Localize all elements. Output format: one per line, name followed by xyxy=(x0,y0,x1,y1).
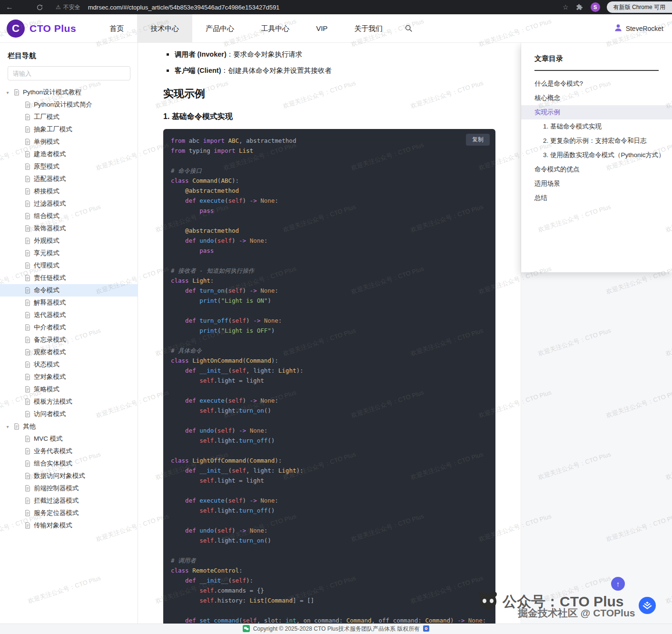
chevron-down-icon[interactable]: ▾ xyxy=(5,424,10,429)
file-icon xyxy=(25,510,30,516)
tree-item[interactable]: 传输对象模式 xyxy=(0,519,138,532)
search-icon[interactable] xyxy=(405,24,413,32)
tree-item[interactable]: 过滤器模式 xyxy=(0,198,138,210)
tree-item[interactable]: 工厂模式 xyxy=(0,111,138,123)
tree-item[interactable]: 拦截过滤器模式 xyxy=(0,495,138,507)
username: SteveRocket xyxy=(626,25,663,32)
copyright-text: Copyright © 2025-2028 CTO Plus技术服务团队产品体系… xyxy=(253,625,420,633)
tree-item[interactable]: 策略模式 xyxy=(0,383,138,396)
file-icon xyxy=(25,349,30,356)
tree-item[interactable]: 桥接模式 xyxy=(0,185,138,198)
tree-item[interactable]: 单例模式 xyxy=(0,136,138,148)
tree-item[interactable]: 组合模式 xyxy=(0,210,138,222)
tree-folder[interactable]: ▾其他 xyxy=(0,420,138,433)
user-avatar-icon xyxy=(613,23,623,34)
toc-item-active[interactable]: 实现示例 xyxy=(521,105,672,119)
tree-item[interactable]: 中介者模式 xyxy=(0,321,138,334)
tree-item[interactable]: 前端控制器模式 xyxy=(0,482,138,495)
tree-item[interactable]: 原型模式 xyxy=(0,160,138,173)
logo[interactable]: C CTO Plus xyxy=(7,20,76,38)
tree-item[interactable]: 外观模式 xyxy=(0,235,138,247)
file-icon xyxy=(25,386,30,393)
file-icon xyxy=(25,188,30,195)
toc-item[interactable]: 总结 xyxy=(521,191,672,205)
chevron-down-icon[interactable]: ▾ xyxy=(5,90,10,95)
nav-item[interactable]: 关于我们 xyxy=(341,14,396,42)
toc-item[interactable]: 命令模式的优点 xyxy=(521,162,672,177)
footer-badge-icon xyxy=(423,625,429,633)
sidebar-search-input[interactable] xyxy=(8,66,130,80)
tree-item[interactable]: 服务定位器模式 xyxy=(0,507,138,519)
scroll-to-top-button[interactable]: ↑ xyxy=(611,577,625,591)
tree-item[interactable]: 迭代器模式 xyxy=(0,309,138,321)
nav-item[interactable]: VIP xyxy=(303,14,341,42)
back-icon[interactable]: ← xyxy=(6,3,13,11)
tree-item[interactable]: 模板方法模式 xyxy=(0,396,138,408)
file-icon xyxy=(25,485,30,492)
bookmark-star-icon[interactable]: ☆ xyxy=(563,3,569,11)
browser-profile-avatar[interactable]: S xyxy=(591,2,600,12)
tree-item[interactable]: 观察者模式 xyxy=(0,346,138,358)
wechat-icon xyxy=(243,625,250,634)
file-icon xyxy=(25,151,30,158)
tree-item[interactable]: 抽象工厂模式 xyxy=(0,123,138,136)
tree-item[interactable]: Python设计模式简介 xyxy=(0,99,138,111)
file-icon xyxy=(25,337,30,343)
sidebar: 栏目导航 ▾Python设计模式教程Python设计模式简介工厂模式抽象工厂模式… xyxy=(0,43,138,634)
page-footer: Copyright © 2025-2028 CTO Plus技术服务团队产品体系… xyxy=(0,624,672,634)
file-icon xyxy=(25,312,30,318)
tree-item[interactable]: 装饰器模式 xyxy=(0,222,138,235)
screen: ← ⚠ 不安全 mdrsec.com/#/ctoplus_article/54b… xyxy=(0,0,672,634)
bullet-item: 客户端 (Client)：创建具体命令对象并设置其接收者 xyxy=(175,66,495,75)
security-label: 不安全 xyxy=(63,3,80,11)
tree-item[interactable]: 数据访问对象模式 xyxy=(0,470,138,482)
chrome-update-button[interactable]: 有新版 Chrome 可用 xyxy=(607,1,672,13)
tree-item[interactable]: 访问者模式 xyxy=(0,408,138,420)
tree-item[interactable]: 业务代表模式 xyxy=(0,445,138,457)
tree-item[interactable]: MVC 模式 xyxy=(0,433,138,445)
toc-item[interactable]: 1. 基础命令模式实现 xyxy=(521,119,672,134)
juejin-avatar[interactable] xyxy=(639,597,656,614)
bullet-item: 调用者 (Invoker)：要求命令对象执行请求 xyxy=(175,50,495,59)
toc-item[interactable]: 3. 使用函数实现命令模式（Pythonic方式） xyxy=(521,148,672,162)
tree-item[interactable]: 组合实体模式 xyxy=(0,457,138,470)
toc-item[interactable]: 什么是命令模式? xyxy=(521,77,672,91)
file-icon xyxy=(25,460,30,467)
file-icon xyxy=(25,200,30,207)
nav-item-active[interactable]: 技术中心 xyxy=(137,14,192,42)
nav-item[interactable]: 产品中心 xyxy=(192,14,247,42)
file-icon xyxy=(25,299,30,306)
file-icon xyxy=(25,287,30,294)
tree-item[interactable]: 享元模式 xyxy=(0,247,138,259)
tree-item[interactable]: 备忘录模式 xyxy=(0,334,138,346)
security-warning[interactable]: ⚠ 不安全 xyxy=(56,3,80,11)
nav-item[interactable]: 首页 xyxy=(96,14,137,42)
tree-item[interactable]: 责任链模式 xyxy=(0,272,138,284)
tree-item-active[interactable]: 命令模式 xyxy=(0,284,138,297)
toc-item[interactable]: 2. 更复杂的示例：支持宏命令和日志 xyxy=(521,134,672,148)
file-icon xyxy=(25,473,30,479)
copy-button[interactable]: 复制 xyxy=(466,134,490,146)
tree-item[interactable]: 代理模式 xyxy=(0,259,138,272)
file-icon xyxy=(25,361,30,368)
sidebar-tree: ▾Python设计模式教程Python设计模式简介工厂模式抽象工厂模式单例模式建… xyxy=(0,86,138,532)
toc-item[interactable]: 核心概念 xyxy=(521,91,672,105)
code-content[interactable]: from abc import ABC, abstractmethod from… xyxy=(171,136,495,634)
tree-item[interactable]: 建造者模式 xyxy=(0,148,138,160)
tree-folder[interactable]: ▾Python设计模式教程 xyxy=(0,86,138,99)
file-icon xyxy=(25,101,30,108)
tree-item[interactable]: 适配器模式 xyxy=(0,173,138,185)
tree-item[interactable]: 空对象模式 xyxy=(0,371,138,383)
nav-item[interactable]: 工具中心 xyxy=(247,14,303,42)
extensions-icon[interactable] xyxy=(576,4,583,10)
address-bar[interactable]: mdrsec.com/#/ctoplus_article/54b853e3945… xyxy=(88,4,563,11)
user-menu[interactable]: SteveRocket xyxy=(613,23,663,34)
file-icon xyxy=(25,126,30,133)
file-icon xyxy=(25,411,30,417)
tree-item[interactable]: 解释器模式 xyxy=(0,297,138,309)
toc-list: 什么是命令模式?核心概念实现示例1. 基础命令模式实现2. 更复杂的示例：支持宏… xyxy=(521,77,672,205)
reload-icon[interactable] xyxy=(36,4,43,11)
app-body: 栏目导航 ▾Python设计模式教程Python设计模式简介工厂模式抽象工厂模式… xyxy=(0,43,672,634)
toc-item[interactable]: 适用场景 xyxy=(521,177,672,191)
tree-item[interactable]: 状态模式 xyxy=(0,358,138,371)
